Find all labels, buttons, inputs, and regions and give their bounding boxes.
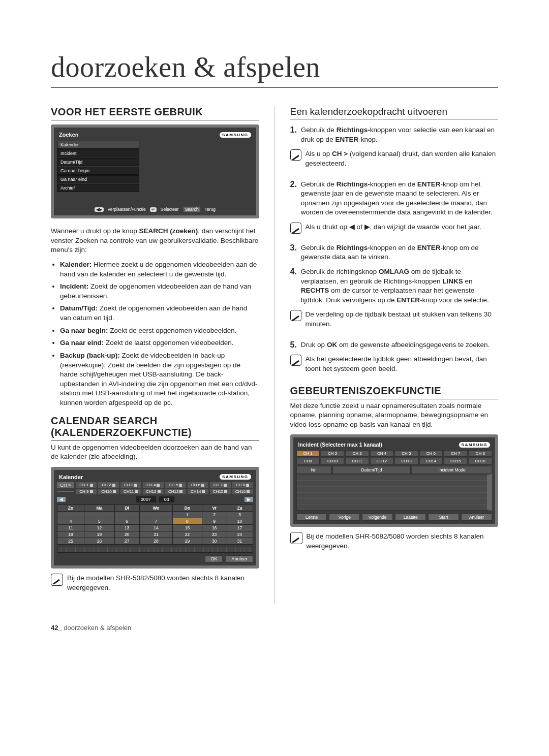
- month: 03: [159, 496, 174, 502]
- menu-ga-eind[interactable]: Ga naar eind: [57, 175, 139, 183]
- step-number: 3.: [290, 243, 297, 262]
- incident-note: Bij de modellen SHR-5082/5080 worden sle…: [307, 532, 499, 551]
- section-voor-eerste-gebruik: VOOR HET EERSTE GEBRUIK: [51, 106, 259, 120]
- incident-list[interactable]: [296, 474, 493, 511]
- zoeken-panel: Zoeken SAMSUNG Kalender Incident Datum/T…: [51, 124, 259, 218]
- step-text: Gebruik de Richtings-knoppen en de ENTER…: [301, 243, 498, 262]
- note-icon: [290, 149, 301, 161]
- ok-button[interactable]: OK: [205, 555, 223, 562]
- step-note: De verdeling op de tijdbalk bestaat uit …: [306, 310, 499, 329]
- note-icon: [290, 310, 301, 321]
- section-calendar-search: CALENDAR SEARCH (KALENDERZOEKFUNCTIE): [51, 415, 259, 441]
- ch1[interactable]: CH 1: [76, 482, 97, 488]
- calendar-grid: ZoMaDiWoDoVrZa 123 45678910 111213141516…: [57, 505, 253, 545]
- note-icon: [290, 223, 301, 234]
- footer-select: Selecteer: [161, 207, 179, 212]
- step-text: Druk op OK om de gewenste afbeeldingsgeg…: [301, 340, 490, 350]
- samsung-logo: SAMSUNG: [459, 442, 490, 448]
- page-footer: 42_ doorzoeken & afspelen: [51, 624, 498, 632]
- next-arrow[interactable]: ▶: [245, 497, 253, 502]
- prev-button[interactable]: Vorige: [329, 514, 360, 521]
- zoeken-title: Zoeken: [59, 132, 79, 138]
- timeline[interactable]: [57, 547, 253, 553]
- samsung-logo: SAMSUNG: [220, 474, 251, 480]
- next-button[interactable]: Volgende: [362, 514, 393, 521]
- sub-kalenderzoekopdracht: Een kalenderzoekopdracht uitvoeren: [290, 106, 499, 119]
- last-button[interactable]: Laatste: [395, 514, 426, 521]
- calendar-note: Bij de modellen SHR-5082/5080 worden sle…: [67, 574, 259, 592]
- key-enter: ↵: [150, 207, 157, 212]
- step-note: Als het geselecteerde tijdblok geen afbe…: [306, 355, 499, 373]
- col-nr: Nr.: [296, 466, 331, 474]
- step-text: Gebruik de richtingsknop OMLAAG om de ti…: [301, 267, 498, 305]
- step-number: 4.: [290, 267, 297, 305]
- prev-arrow[interactable]: ◀: [57, 497, 66, 502]
- incident-panel: Incident (Selecteer max 1 kanaal) SAMSUN…: [290, 434, 499, 527]
- step-text: Gebruik de Richtings-knoppen voor select…: [301, 125, 498, 144]
- incident-intro: Met deze functie zoekt u naar opnameresu…: [290, 401, 499, 430]
- col-mode: Incident Mode: [412, 466, 492, 474]
- footer-back: Terug: [205, 207, 216, 212]
- note-icon: [290, 532, 302, 544]
- menu-ga-begin[interactable]: Ga naar begin: [57, 167, 139, 175]
- kalender-title: Kalender: [59, 474, 83, 480]
- section-gebeurteniszoekfunctie: GEBEURTENISZOEKFUNCTIE: [290, 385, 499, 399]
- samsung-logo: SAMSUNG: [220, 132, 251, 138]
- calendar-intro: U kunt de opgenomen videobeelden doorzoe…: [51, 443, 259, 462]
- intro-paragraph: Wanneer u drukt op de knop SEARCH (zoeke…: [51, 227, 259, 255]
- start-button[interactable]: Start: [428, 514, 459, 521]
- ch-all-button[interactable]: CH >: [57, 482, 74, 488]
- step-note: Als u op CH > (volgend kanaal) drukt, da…: [306, 149, 499, 168]
- step-text: Gebruik de Richtings-knoppen en de ENTER…: [301, 180, 498, 218]
- menu-description-list: Kalender: Hiermee zoekt u de opgenomen v…: [51, 260, 259, 408]
- menu-kalender[interactable]: Kalender: [57, 141, 139, 149]
- note-icon: [290, 355, 301, 366]
- step-number: 1.: [290, 125, 297, 144]
- cancel-button[interactable]: Anuleer: [226, 555, 253, 562]
- incident-title: Incident (Selecteer max 1 kanaal): [298, 442, 382, 448]
- page-title: doorzoeken & afspelen: [51, 51, 498, 88]
- menu-datumtijd[interactable]: Datum/Tijd: [57, 158, 139, 166]
- step-note: Als u drukt op ◀ of ▶, dan wijzigt de wa…: [306, 223, 481, 232]
- right-column: Een kalenderzoekopdracht uitvoeren 1.Geb…: [290, 106, 499, 604]
- menu-incident[interactable]: Incident: [57, 149, 139, 158]
- inc-ch1[interactable]: CH 1: [296, 450, 320, 457]
- first-button[interactable]: Eerste: [296, 514, 327, 521]
- cancel-button[interactable]: Anuleer: [461, 514, 492, 521]
- col-datumtijd: Datum/Tijd: [332, 466, 411, 474]
- note-icon: [51, 574, 63, 586]
- menu-archief[interactable]: Archief: [57, 184, 139, 192]
- footer-move: Verplaatsen/Functie: [108, 207, 146, 212]
- step-number: 2.: [290, 180, 297, 218]
- step-number: 5.: [290, 340, 297, 350]
- footer-search: Search: [183, 206, 201, 212]
- key-arrows: ◀▶: [95, 207, 104, 212]
- left-column: VOOR HET EERSTE GEBRUIK Zoeken SAMSUNG K…: [51, 106, 259, 604]
- kalender-panel: Kalender SAMSUNG CH > CH 1 CH 2 CH 3 CH …: [51, 467, 259, 569]
- year: 2007: [136, 496, 156, 502]
